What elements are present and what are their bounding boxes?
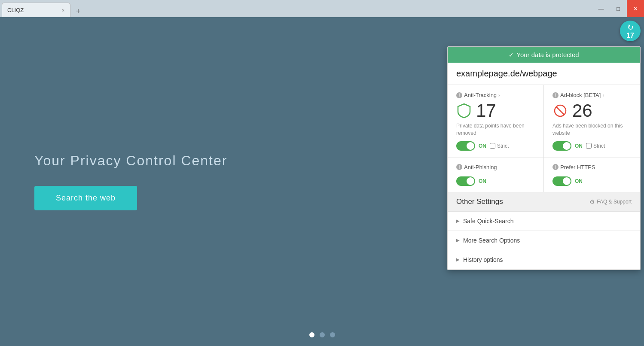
ad-block-chevron-icon[interactable]: › [602, 92, 604, 98]
anti-tracking-strict-checkbox[interactable] [490, 143, 495, 149]
more-search-options-label: More Search Options [463, 237, 520, 244]
faq-gear-icon: ⚙ [589, 198, 595, 205]
titlebar: CLIQZ × + — □ ✕ [0, 0, 644, 17]
safe-quick-search-label: Safe Quick-Search [463, 218, 514, 225]
anti-phishing-label-row: i Anti-Phishing [456, 164, 535, 170]
anti-phishing-info-icon[interactable]: i [456, 164, 462, 170]
refresh-icon: ↻ [627, 23, 634, 32]
prefer-https-info-icon[interactable]: i [552, 164, 559, 170]
privacy-badge-count: 17 [626, 32, 634, 39]
other-settings-section: Other Settings ⚙ FAQ & Support [448, 192, 640, 212]
panel-url: examplepage.de/webpage [448, 63, 640, 85]
safe-quick-search-item[interactable]: ▶ Safe Quick-Search [448, 212, 640, 231]
anti-tracking-description: Private data points have been removed [456, 122, 535, 137]
ad-block-number: 26 [572, 102, 592, 120]
panel-protected-header: ✓ Your data is protected [448, 47, 640, 63]
ad-block-strict-label: Strict [586, 143, 605, 149]
anti-tracking-info-icon[interactable]: i [456, 92, 462, 98]
prefer-https-label-row: i Prefer HTTPS [552, 164, 632, 170]
anti-phishing-toggle-row: ON [456, 176, 535, 186]
new-tab-button[interactable]: + [72, 5, 84, 17]
more-search-options-item[interactable]: ▶ More Search Options [448, 231, 640, 250]
dot-3[interactable] [330, 332, 335, 337]
window-controls: — □ ✕ [592, 0, 644, 17]
triangle-icon-1: ▶ [456, 219, 460, 223]
ad-block-stat-main: 26 [552, 102, 632, 120]
triangle-icon-2: ▶ [456, 238, 460, 243]
checkmark-icon: ✓ [509, 52, 514, 58]
anti-tracking-cell: i Anti-Tracking › 17 Private data points… [448, 85, 544, 158]
anti-tracking-label-row: i Anti-Tracking › [456, 92, 535, 98]
browser-content: ↻ 17 Your Privacy Control Center Search … [0, 17, 644, 346]
close-tab-button[interactable]: × [60, 7, 67, 14]
anti-phishing-cell: i Anti-Phishing ON [448, 158, 544, 192]
dot-2[interactable] [320, 332, 325, 337]
anti-tracking-toggle[interactable] [456, 141, 475, 151]
ad-block-description: Ads have been blocked on this website [552, 122, 632, 137]
carousel-dots [309, 332, 335, 337]
center-content: Your Privacy Control Center Search the w… [34, 153, 227, 210]
ad-block-label: Ad-block [BETA] [560, 92, 601, 98]
search-web-button[interactable]: Search the web [34, 186, 137, 210]
faq-support-link[interactable]: ⚙ FAQ & Support [589, 198, 632, 205]
ad-block-info-icon[interactable]: i [552, 92, 559, 98]
tab-strip: CLIQZ × + [0, 0, 84, 17]
anti-tracking-stat-main: 17 [456, 102, 535, 120]
history-options-label: History options [463, 256, 503, 263]
anti-tracking-chevron-icon[interactable]: › [498, 92, 500, 98]
svg-line-1 [556, 107, 564, 115]
anti-tracking-number: 17 [476, 102, 496, 120]
ad-block-toggle[interactable] [552, 141, 571, 151]
anti-phishing-toggle[interactable] [456, 176, 475, 186]
stats-grid: i Anti-Tracking › 17 Private data points… [448, 85, 640, 158]
anti-tracking-toggle-row: ON Strict [456, 141, 535, 151]
browser-tab[interactable]: CLIQZ × [2, 3, 70, 17]
dot-1[interactable] [309, 332, 314, 337]
close-window-button[interactable]: ✕ [627, 0, 644, 17]
page-title: Your Privacy Control Center [34, 153, 227, 169]
minimize-button[interactable]: — [592, 0, 610, 17]
ad-block-toggle-label: ON [575, 143, 583, 149]
history-options-item[interactable]: ▶ History options [448, 250, 640, 270]
anti-tracking-strict-label: Strict [490, 143, 509, 149]
shield-icon [456, 103, 472, 118]
anti-phishing-toggle-label: ON [479, 178, 486, 184]
triangle-icon-3: ▶ [456, 257, 460, 262]
ad-block-label-row: i Ad-block [BETA] › [552, 92, 632, 98]
anti-tracking-label: Anti-Tracking [464, 92, 497, 98]
prefer-https-label: Prefer HTTPS [560, 164, 595, 170]
prefer-https-cell: i Prefer HTTPS ON [544, 158, 640, 192]
prefer-https-toggle-row: ON [552, 176, 632, 186]
prefer-https-toggle-label: ON [575, 178, 583, 184]
anti-tracking-toggle-label: ON [479, 143, 486, 149]
stats-row2: i Anti-Phishing ON i Prefer HTTPS ON [448, 158, 640, 192]
tab-title: CLIQZ [7, 7, 24, 13]
anti-phishing-label: Anti-Phishing [464, 164, 497, 170]
ad-block-toggle-row: ON Strict [552, 141, 632, 151]
ad-block-strict-checkbox[interactable] [586, 143, 592, 149]
privacy-badge-button[interactable]: ↻ 17 [620, 21, 641, 41]
prefer-https-toggle[interactable] [552, 176, 571, 186]
other-settings-title: Other Settings [456, 197, 503, 206]
maximize-button[interactable]: □ [610, 0, 627, 17]
privacy-popup-panel: ✓ Your data is protected examplepage.de/… [447, 46, 641, 270]
ad-block-cell: i Ad-block [BETA] › 26 Ads have been blo… [544, 85, 640, 158]
protected-text: Your data is protected [516, 51, 579, 58]
block-icon [552, 103, 568, 118]
